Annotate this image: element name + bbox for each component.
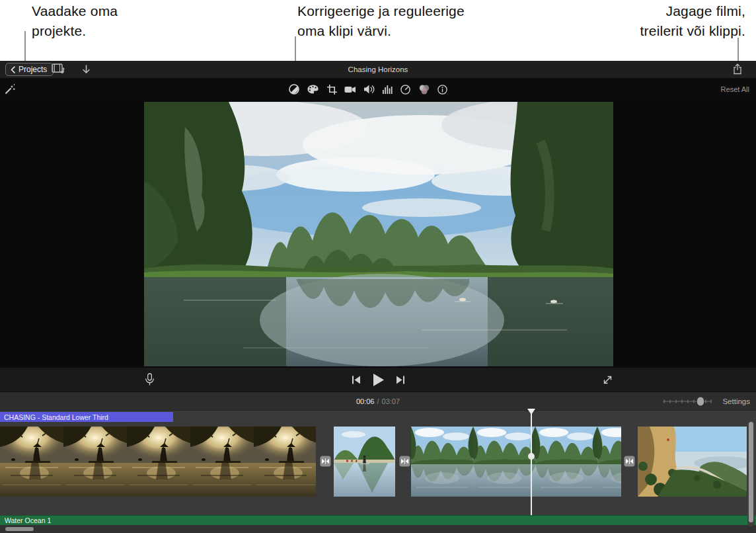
timeline-clip-1[interactable] [0, 427, 316, 497]
speed-gauge-icon[interactable] [400, 84, 411, 95]
reset-all-button[interactable]: Reset All [721, 78, 749, 101]
share-icon[interactable] [733, 63, 742, 75]
crop-icon[interactable] [326, 84, 338, 95]
playback-bar [0, 368, 756, 391]
callout-left: Vaadake oma projekte. [32, 1, 118, 41]
callout-left-line1: Vaadake oma [32, 1, 118, 21]
transport-controls [0, 368, 756, 391]
callout-center: Korrigeerige ja reguleerige oma klipi vä… [297, 1, 465, 41]
callout-right-line1: Jagage filmi, [640, 1, 745, 21]
timeline-zoom-slider[interactable] [662, 397, 712, 409]
play-icon[interactable] [372, 373, 385, 387]
fullscreen-icon[interactable] [602, 374, 613, 388]
transition-icon[interactable] [399, 456, 410, 467]
title-clip[interactable]: CHASING - Standard Lower Third [0, 412, 173, 422]
vertical-scrollbar[interactable] [749, 422, 753, 522]
timeline-clip-2[interactable] [334, 427, 395, 497]
callout-right: Jagage filmi, treilerit või klippi. [640, 1, 745, 41]
callout-center-line2: oma klipi värvi. [297, 21, 465, 41]
skip-back-icon[interactable] [352, 375, 361, 385]
volume-icon[interactable] [363, 84, 375, 95]
time-bar: 00:06 / 03:07 Settings [0, 391, 756, 410]
skip-forward-icon[interactable] [396, 375, 405, 385]
window-title: Chasing Horizons [0, 61, 756, 78]
screen: Vaadake oma projekte. Korrigeerige ja re… [0, 0, 756, 533]
noise-equalizer-icon[interactable] [382, 85, 393, 95]
timeline: CHASING - Standard Lower Third [0, 410, 756, 533]
transition-icon[interactable] [624, 456, 635, 467]
playhead[interactable] [531, 411, 532, 525]
playhead-dot[interactable] [528, 453, 535, 460]
settings-label: Settings [722, 397, 750, 405]
total-time: 03:07 [382, 397, 400, 405]
clip-filter-icon[interactable] [418, 84, 430, 95]
color-palette-icon[interactable] [307, 83, 319, 95]
video-preview [144, 102, 613, 366]
reset-all-label: Reset All [721, 85, 749, 93]
callout-center-line1: Korrigeerige ja reguleerige [297, 1, 465, 21]
adjustments-bar: Reset All [0, 78, 756, 101]
timeline-footer [0, 525, 756, 533]
transition-icon[interactable] [320, 456, 331, 467]
audio-clip[interactable]: Water Ocean 1 [0, 515, 756, 525]
stabilization-camera-icon[interactable] [344, 85, 356, 95]
audio-clip-label: Water Ocean 1 [5, 516, 51, 524]
auto-enhance-wand-icon[interactable] [3, 83, 17, 99]
zoom-slider-thumb[interactable] [697, 397, 704, 406]
viewer-area [0, 101, 756, 368]
adjust-icons-group [288, 78, 448, 101]
callout-right-line2: treilerit või klippi. [640, 21, 745, 41]
horizontal-scrollbar[interactable] [5, 527, 34, 531]
color-balance-icon[interactable] [288, 83, 300, 95]
current-time: 00:06 [356, 397, 375, 405]
toolbar: Projects Chasing Horizons [0, 61, 756, 78]
time-separator: / [377, 397, 379, 405]
settings-button[interactable]: Settings [722, 392, 750, 410]
callout-left-line2: projekte. [32, 21, 118, 41]
time-display: 00:06 / 03:07 [0, 392, 756, 410]
timeline-clip-3[interactable] [411, 427, 621, 497]
timeline-clip-4[interactable] [638, 427, 747, 497]
title-clip-label: CHASING - Standard Lower Third [4, 413, 108, 421]
info-icon[interactable] [437, 84, 448, 95]
